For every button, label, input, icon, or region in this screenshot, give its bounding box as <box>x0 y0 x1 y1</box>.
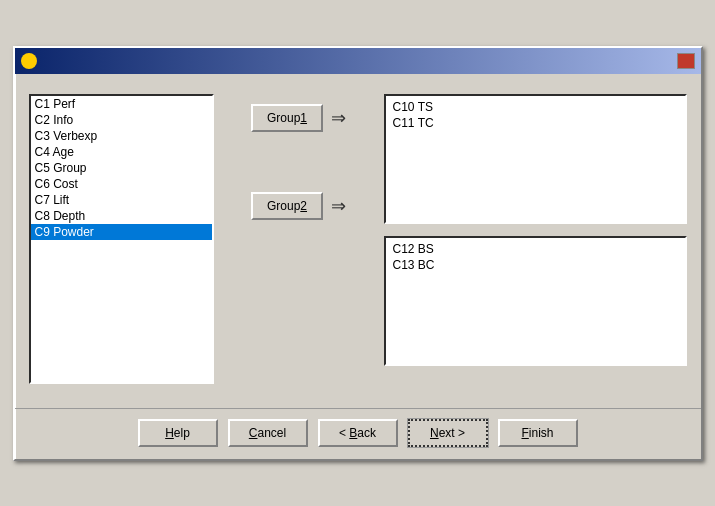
cancel-button[interactable]: Cancel <box>228 419 308 447</box>
list-item[interactable]: C1 Perf <box>31 96 212 112</box>
middle-section: Group 1 ⇒ Group 2 ⇒ <box>214 94 384 230</box>
back-button[interactable]: < Back <box>318 419 398 447</box>
group1-row: Group 1 ⇒ <box>251 104 346 132</box>
dialog-window: C1 PerfC2 InfoC3 VerbexpC4 AgeC5 GroupC6… <box>13 46 703 461</box>
dialog-icon <box>21 53 37 69</box>
group2-arrow: ⇒ <box>331 195 346 217</box>
group1-item[interactable]: C11 TC <box>389 115 682 131</box>
variables-available-list[interactable]: C1 PerfC2 InfoC3 VerbexpC4 AgeC5 GroupC6… <box>29 94 214 384</box>
group2-selected-panel[interactable]: C12 BSC13 BC <box>384 236 687 366</box>
list-item[interactable]: C3 Verbexp <box>31 128 212 144</box>
main-content: C1 PerfC2 InfoC3 VerbexpC4 AgeC5 GroupC6… <box>29 94 687 384</box>
finish-button[interactable]: Finish <box>498 419 578 447</box>
group2-button[interactable]: Group 2 <box>251 192 323 220</box>
help-button[interactable]: Help <box>138 419 218 447</box>
list-item[interactable]: C7 Lift <box>31 192 212 208</box>
group1-selected-panel[interactable]: C10 TSC11 TC <box>384 94 687 224</box>
group2-item[interactable]: C12 BS <box>389 241 682 257</box>
list-item[interactable]: C2 Info <box>31 112 212 128</box>
selected-panels: C10 TSC11 TC C12 BSC13 BC <box>384 94 687 366</box>
group2-row: Group 2 ⇒ <box>251 192 346 220</box>
list-item[interactable]: C9 Powder <box>31 224 212 240</box>
list-item[interactable]: C4 Age <box>31 144 212 160</box>
bottom-buttons: Help Cancel < Back Next > Finish <box>15 408 701 459</box>
list-item[interactable]: C8 Depth <box>31 208 212 224</box>
group1-item[interactable]: C10 TS <box>389 99 682 115</box>
group1-button[interactable]: Group 1 <box>251 104 323 132</box>
next-button[interactable]: Next > <box>408 419 488 447</box>
group1-arrow: ⇒ <box>331 107 346 129</box>
list-item[interactable]: C6 Cost <box>31 176 212 192</box>
dialog-body: C1 PerfC2 InfoC3 VerbexpC4 AgeC5 GroupC6… <box>15 74 701 396</box>
title-bar <box>15 48 701 74</box>
title-bar-left <box>21 53 43 69</box>
group2-item[interactable]: C13 BC <box>389 257 682 273</box>
close-button[interactable] <box>677 53 695 69</box>
list-item[interactable]: C5 Group <box>31 160 212 176</box>
